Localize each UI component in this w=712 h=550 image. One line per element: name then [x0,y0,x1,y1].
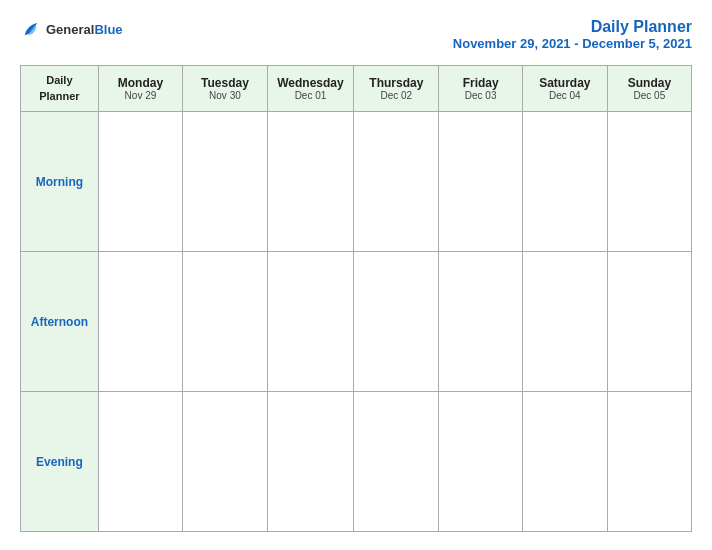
cell-evening-monday[interactable] [98,392,182,532]
cell-morning-sunday[interactable] [607,112,691,252]
logo-text: GeneralBlue [46,20,123,38]
col-header-wednesday: Wednesday Dec 01 [267,66,354,112]
logo-general: General [46,22,94,37]
cell-morning-friday[interactable] [439,112,522,252]
row-evening: Evening [21,392,692,532]
row-afternoon: Afternoon [21,252,692,392]
cell-evening-thursday[interactable] [354,392,439,532]
logo-area: GeneralBlue [20,18,123,40]
cell-afternoon-saturday[interactable] [522,252,607,392]
col-header-sunday: Sunday Dec 05 [607,66,691,112]
col-header-monday: Monday Nov 29 [98,66,182,112]
cell-evening-tuesday[interactable] [183,392,268,532]
col-header-thursday: Thursday Dec 02 [354,66,439,112]
cell-morning-monday[interactable] [98,112,182,252]
col-header-tuesday: Tuesday Nov 30 [183,66,268,112]
logo-bird-icon [20,18,42,40]
row-label-morning: Morning [21,112,99,252]
cell-morning-thursday[interactable] [354,112,439,252]
row-label-evening: Evening [21,392,99,532]
cell-evening-friday[interactable] [439,392,522,532]
header-title: Daily Planner [453,18,692,36]
logo-blue: Blue [94,22,122,37]
cell-afternoon-sunday[interactable] [607,252,691,392]
cell-afternoon-wednesday[interactable] [267,252,354,392]
cell-afternoon-friday[interactable] [439,252,522,392]
col-header-label: Daily Planner [21,66,99,112]
cell-evening-saturday[interactable] [522,392,607,532]
col-header-friday: Friday Dec 03 [439,66,522,112]
col-header-saturday: Saturday Dec 04 [522,66,607,112]
page: GeneralBlue Daily Planner November 29, 2… [0,0,712,550]
header: GeneralBlue Daily Planner November 29, 2… [20,18,692,51]
header-subtitle: November 29, 2021 - December 5, 2021 [453,36,692,51]
table-header-row: Daily Planner Monday Nov 29 Tuesday Nov … [21,66,692,112]
cell-evening-sunday[interactable] [607,392,691,532]
cell-evening-wednesday[interactable] [267,392,354,532]
cell-afternoon-monday[interactable] [98,252,182,392]
cell-afternoon-tuesday[interactable] [183,252,268,392]
cell-morning-tuesday[interactable] [183,112,268,252]
row-label-afternoon: Afternoon [21,252,99,392]
cell-afternoon-thursday[interactable] [354,252,439,392]
cell-morning-saturday[interactable] [522,112,607,252]
row-morning: Morning [21,112,692,252]
planner-table: Daily Planner Monday Nov 29 Tuesday Nov … [20,65,692,532]
header-right: Daily Planner November 29, 2021 - Decemb… [453,18,692,51]
cell-morning-wednesday[interactable] [267,112,354,252]
